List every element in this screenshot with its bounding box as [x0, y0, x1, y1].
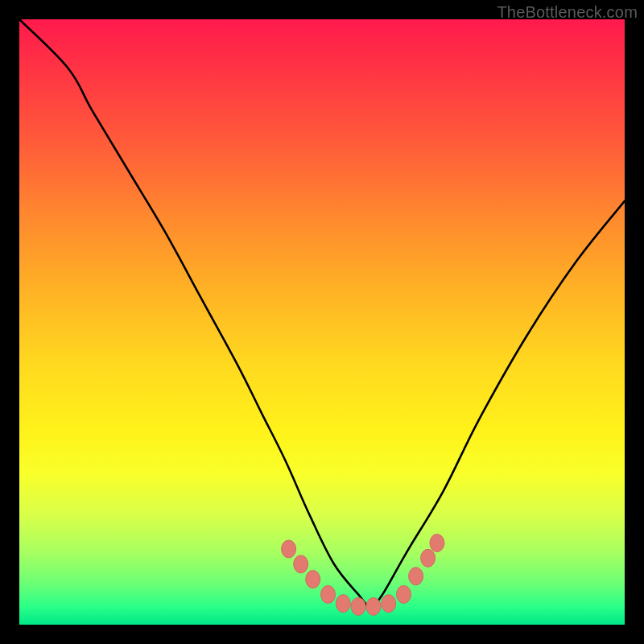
trough-marker: [382, 595, 396, 613]
trough-marker: [366, 597, 381, 615]
trough-marker: [294, 555, 308, 573]
trough-marker: [282, 540, 296, 558]
trough-marker: [306, 571, 320, 588]
trough-marker: [409, 568, 423, 585]
bottleneck-curve: [19, 19, 625, 606]
trough-marker: [336, 595, 350, 613]
trough-marker: [397, 585, 411, 603]
plot-area: [19, 19, 625, 625]
watermark-label: TheBottleneck.com: [497, 3, 638, 22]
trough-marker: [321, 585, 336, 603]
curve-layer: [19, 19, 625, 625]
trough-marker: [430, 535, 444, 552]
trough-marker: [421, 549, 436, 567]
trough-marker-group: [282, 535, 444, 616]
trough-marker: [351, 597, 365, 615]
chart-frame: TheBottleneck.com: [0, 0, 644, 644]
